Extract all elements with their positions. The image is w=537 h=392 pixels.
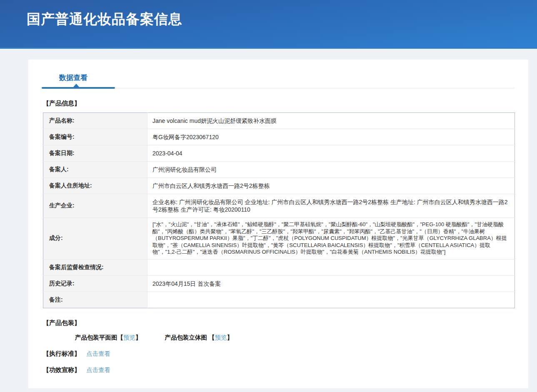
packaging-heading: 【产品包装】 — [43, 319, 528, 327]
packaging-flat-label: 产品包装平面图 — [75, 334, 117, 341]
packaging-3d-item: 产品包装立体图 【预览】 — [165, 334, 233, 341]
field-value: 广州润研化妆品有限公司 — [147, 162, 515, 178]
packaging-flat-preview-link[interactable]: 预览 — [123, 334, 135, 341]
packaging-3d-label: 产品包装立体图 — [165, 334, 209, 341]
page-header: 国产普通化妆品备案信息 — [0, 0, 537, 49]
packaging-row: 产品包装平面图【预览】 产品包装立体图 【预览】 — [43, 334, 528, 342]
table-row: 备案后监督检查情况: — [43, 259, 515, 275]
field-label: 备案后监督检查情况: — [43, 259, 147, 275]
product-info-table-body: 产品名称:Jane volcanic mud妍泥火山泥舒缓紧致补水面膜备案编号:… — [43, 113, 515, 308]
field-value — [147, 259, 515, 275]
field-value — [147, 292, 515, 308]
product-info-heading: 【产品信息】 — [43, 100, 528, 107]
page-title: 国产普通化妆品备案信息 — [0, 0, 537, 29]
tab-caret-icon — [73, 84, 79, 87]
standard-row: 【执行标准】 点击查看 — [43, 350, 528, 358]
field-label: 备案人住所地址: — [43, 178, 147, 194]
table-row: 备注: — [43, 292, 515, 308]
page-footer: 本站由国家药品监督管理局主办 版权所有 Copyright © NMPA All… — [28, 388, 528, 392]
table-row: 备案人:广州润研化妆品有限公司 — [43, 162, 515, 178]
table-row: 备案人住所地址:广州市白云区人和镇秀水塘西一路2号2栋整栋 — [43, 178, 515, 194]
bracket-open: 【 — [209, 334, 215, 341]
field-value: ["水"，"火山泥"，"甘油"，"液体石蜡"，"鲸蜡硬脂醇"，"聚二甲基硅氧烷"… — [147, 218, 515, 260]
table-row: 备案日期:2023-04-04 — [43, 145, 515, 162]
field-value: 2023年04月15日 首次备案 — [147, 275, 515, 292]
field-label: 备案日期: — [43, 145, 147, 162]
table-row: 成分:["水"，"火山泥"，"甘油"，"液体石蜡"，"鲸蜡硬脂醇"，"聚二甲基硅… — [43, 218, 515, 260]
field-label: 备案人: — [43, 162, 147, 178]
bracket-close: 】 — [227, 334, 233, 341]
field-label: 备案编号: — [43, 129, 147, 145]
product-info-table: 产品名称:Jane volcanic mud妍泥火山泥舒缓紧致补水面膜备案编号:… — [43, 112, 515, 308]
standard-heading: 【执行标准】 — [43, 350, 80, 357]
efficacy-view-link[interactable]: 点击查看 — [86, 367, 110, 373]
field-label: 生产企业: — [43, 194, 147, 218]
field-label: 成分: — [43, 218, 147, 260]
packaging-flat-item: 产品包装平面图【预览】 — [75, 334, 142, 341]
table-row: 生产企业:企业名称: 广州润研化妆品有限公司 企业地址: 广州市白云区人和镇秀水… — [43, 194, 515, 218]
field-value: 2023-04-04 — [147, 145, 515, 162]
content-card: 数据查看 【产品信息】 产品名称:Jane volcanic mud妍泥火山泥舒… — [28, 60, 528, 388]
field-value: 粤G妆网备字2023067120 — [147, 129, 515, 145]
field-value: Jane volcanic mud妍泥火山泥舒缓紧致补水面膜 — [147, 113, 515, 129]
tab-active-underline — [42, 87, 115, 89]
field-value: 广州市白云区人和镇秀水塘西一路2号2栋整栋 — [147, 178, 515, 194]
field-value: 企业名称: 广州润研化妆品有限公司 企业地址: 广州市白云区人和镇秀水塘西一路2… — [147, 194, 515, 218]
efficacy-heading: 【功效宣称】 — [43, 366, 80, 373]
efficacy-row: 【功效宣称】 点击查看 — [43, 366, 528, 374]
bracket-close: 】 — [135, 334, 142, 341]
bracket-open: 【 — [117, 334, 124, 341]
field-label: 备注: — [43, 292, 147, 308]
standard-view-link[interactable]: 点击查看 — [86, 350, 110, 357]
tab-bar: 数据查看 — [28, 60, 528, 89]
table-row: 产品名称:Jane volcanic mud妍泥火山泥舒缓紧致补水面膜 — [43, 113, 515, 129]
tab-data-view[interactable]: 数据查看 — [59, 73, 87, 82]
packaging-3d-preview-link[interactable]: 预览 — [215, 334, 227, 341]
table-row: 历史记录:2023年04月15日 首次备案 — [43, 275, 515, 292]
field-label: 历史记录: — [43, 275, 147, 292]
table-row: 备案编号:粤G妆网备字2023067120 — [43, 129, 515, 145]
field-label: 产品名称: — [43, 113, 147, 129]
